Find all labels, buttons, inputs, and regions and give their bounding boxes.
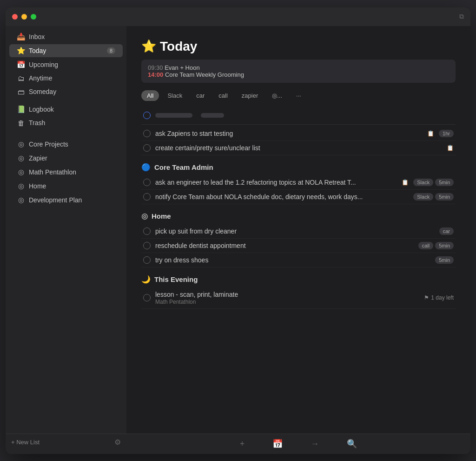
sidebar-item-upcoming[interactable]: 📅 Upcoming bbox=[9, 58, 123, 71]
placeholder-bar-2 bbox=[201, 113, 224, 118]
tag-5min: 5min bbox=[435, 242, 454, 249]
notes-icon: 📋 bbox=[427, 130, 434, 137]
arrow-button[interactable]: → bbox=[311, 439, 319, 449]
task-text-block: lesson - scan, print, laminate Math Pent… bbox=[155, 291, 419, 305]
sidebar-item-label: Anytime bbox=[29, 74, 53, 82]
task-checkbox[interactable] bbox=[143, 242, 151, 249]
tag-car: car bbox=[439, 227, 454, 235]
sidebar-item-label: Logbook bbox=[29, 106, 54, 113]
sidebar-item-label: Math Pentathlon bbox=[29, 168, 76, 176]
section-header-home: ◎ Home bbox=[141, 204, 456, 224]
task-text: pick up suit from dry cleaner bbox=[155, 227, 435, 235]
task-checkbox[interactable] bbox=[143, 144, 151, 152]
filter-all[interactable]: All bbox=[141, 90, 159, 101]
section-divider bbox=[141, 124, 456, 125]
new-list-label: + New List bbox=[11, 439, 40, 446]
event2-time: 14:00 bbox=[148, 71, 163, 78]
main-content: 📥 Inbox ⭐ Today 8 📅 Upcoming 🗂 Anytime 🗃… bbox=[6, 26, 470, 454]
section-title: This Evening bbox=[154, 275, 198, 283]
sidebar-item-home[interactable]: ◎ Home bbox=[9, 180, 123, 193]
task-subtitle: Math Pentathlon bbox=[155, 299, 419, 305]
sidebar-item-zapier[interactable]: ◎ Zapier bbox=[9, 152, 123, 165]
sidebar-item-inbox[interactable]: 📥 Inbox bbox=[9, 30, 123, 43]
settings-icon[interactable]: ⚙ bbox=[114, 438, 121, 447]
tag-group: Slack 5min bbox=[413, 193, 454, 200]
window-resize-icon[interactable]: ⧉ bbox=[459, 13, 464, 20]
filter-zapier[interactable]: zapier bbox=[236, 90, 264, 101]
event2-name: Core Team Weekly Grooming bbox=[165, 71, 244, 78]
filter-slack[interactable]: Slack bbox=[162, 90, 188, 101]
task-item[interactable]: create certain/pretty sure/unclear list … bbox=[141, 141, 456, 155]
sidebar-item-label: Today bbox=[29, 47, 46, 54]
search-button[interactable]: 🔍 bbox=[347, 439, 357, 449]
task-list: ask Zapiens to start testing 📋 1hr creat… bbox=[126, 108, 470, 434]
tag-group: 5min bbox=[435, 256, 454, 264]
fullscreen-button[interactable] bbox=[31, 14, 36, 20]
placeholder-bar-1 bbox=[155, 113, 192, 118]
calendar-row-1: 09:30 Evan + Hoon bbox=[148, 64, 449, 71]
filter-bar: All Slack car call zapier ◎... ··· bbox=[126, 90, 470, 108]
task-item[interactable]: ask Zapiens to start testing 📋 1hr bbox=[141, 127, 456, 141]
task-checkbox[interactable] bbox=[143, 193, 151, 200]
sidebar-item-math-pentathlon[interactable]: ◎ Math Pentathlon bbox=[9, 166, 123, 179]
filter-more2[interactable]: ··· bbox=[291, 90, 307, 101]
core-team-icon: 🔵 bbox=[141, 163, 151, 172]
sidebar-item-core-projects[interactable]: ◎ Core Projects bbox=[9, 138, 123, 151]
task-checkbox[interactable] bbox=[143, 256, 151, 264]
sidebar-item-development-plan[interactable]: ◎ Development Plan bbox=[9, 194, 123, 207]
today-badge: 8 bbox=[107, 47, 115, 54]
task-checkbox[interactable] bbox=[143, 227, 151, 235]
sidebar-item-anytime[interactable]: 🗂 Anytime bbox=[9, 72, 123, 85]
sidebar-item-logbook[interactable]: 📗 Logbook bbox=[9, 103, 123, 116]
task-text: lesson - scan, print, laminate bbox=[155, 291, 419, 298]
task-checkbox[interactable] bbox=[143, 130, 151, 137]
sidebar-item-trash[interactable]: 🗑 Trash bbox=[9, 117, 123, 129]
filter-call[interactable]: call bbox=[213, 90, 233, 101]
tag-5min: 5min bbox=[435, 179, 454, 186]
tag-slack: Slack bbox=[413, 179, 433, 186]
tag-group: 1hr bbox=[439, 130, 454, 137]
section-header-core-team-admin: 🔵 Core Team Admin bbox=[141, 155, 456, 175]
calendar-button[interactable]: 📅 bbox=[272, 439, 283, 449]
tag-group: car bbox=[439, 227, 454, 235]
page-title: Today bbox=[160, 39, 197, 54]
event1-name: Evan + Hoon bbox=[165, 64, 200, 71]
add-button[interactable]: + bbox=[240, 439, 245, 449]
task-item[interactable]: lesson - scan, print, laminate Math Pent… bbox=[141, 287, 456, 309]
sidebar-item-someday[interactable]: 🗃 Someday bbox=[9, 86, 123, 98]
inbox-icon: 📥 bbox=[17, 33, 25, 41]
sidebar-item-label: Someday bbox=[29, 88, 56, 95]
someday-icon: 🗃 bbox=[17, 88, 25, 96]
flag-icon: ⚑ bbox=[424, 294, 429, 301]
task-item[interactable]: notify Core Team about NOLA schedule doc… bbox=[141, 190, 456, 204]
calendar-row-2: 14:00 Core Team Weekly Grooming bbox=[148, 71, 449, 78]
app-window: ⧉ 📥 Inbox ⭐ Today 8 📅 Upcoming 🗂 Anytime bbox=[6, 7, 470, 454]
task-text: reschedule dentist appointment bbox=[155, 242, 414, 249]
new-list-button[interactable]: + New List bbox=[11, 439, 40, 446]
section-title: Home bbox=[152, 212, 171, 220]
tag-call: call bbox=[418, 242, 434, 249]
main-header: ⭐ Today bbox=[126, 26, 470, 60]
development-plan-icon: ◎ bbox=[17, 196, 25, 204]
filter-more1[interactable]: ◎... bbox=[266, 90, 288, 101]
sidebar-item-today[interactable]: ⭐ Today 8 bbox=[9, 44, 123, 57]
sidebar: 📥 Inbox ⭐ Today 8 📅 Upcoming 🗂 Anytime 🗃… bbox=[6, 26, 126, 454]
calendar-block[interactable]: 09:30 Evan + Hoon 14:00 Core Team Weekly… bbox=[141, 60, 456, 83]
tag-5min: 5min bbox=[435, 256, 454, 264]
close-button[interactable] bbox=[12, 14, 18, 20]
tag-5min: 5min bbox=[435, 193, 454, 200]
filter-car[interactable]: car bbox=[191, 90, 210, 101]
task-checkbox[interactable] bbox=[143, 179, 151, 186]
task-item[interactable]: reschedule dentist appointment call 5min bbox=[141, 239, 456, 253]
core-projects-icon: ◎ bbox=[17, 140, 25, 148]
trash-icon: 🗑 bbox=[17, 119, 25, 127]
task-item[interactable]: ask an engineer to lead the 1.2 refactor… bbox=[141, 175, 456, 190]
sidebar-item-label: Trash bbox=[29, 119, 45, 127]
today-icon: ⭐ bbox=[17, 47, 25, 55]
task-item[interactable]: pick up suit from dry cleaner car bbox=[141, 224, 456, 239]
task-checkbox[interactable] bbox=[143, 294, 151, 301]
minimize-button[interactable] bbox=[21, 14, 27, 20]
task-item[interactable]: try on dress shoes 5min bbox=[141, 253, 456, 267]
task-text: ask Zapiens to start testing bbox=[155, 130, 423, 137]
bottom-bar: + 📅 → 🔍 bbox=[126, 434, 470, 454]
